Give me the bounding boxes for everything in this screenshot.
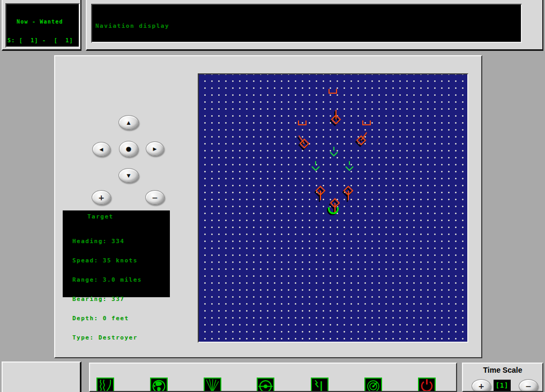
target-depth: Depth: 0 feet <box>72 315 170 322</box>
toolbar-button-bearing-lines[interactable] <box>204 378 221 392</box>
app-root: { "colors": { "desktop_bg": "#a9a9a9", "… <box>0 0 545 392</box>
message-line: Naviation display <box>95 22 521 30</box>
plus-icon: + <box>478 382 484 390</box>
world-map-icon <box>150 378 168 392</box>
contact-down-arrow[interactable] <box>337 155 362 180</box>
target-panel: Target Heading: 334 Spead: 35 knots Rang… <box>63 210 170 297</box>
contact-down-arrow[interactable] <box>303 155 329 180</box>
contact-diamond[interactable] <box>348 127 374 153</box>
minus-icon: − <box>525 382 532 390</box>
toolbar-button-sonar-scope[interactable] <box>364 378 382 392</box>
right-arrow-icon: ▶ <box>153 146 157 152</box>
status-header: Now - Wanted <box>17 19 79 25</box>
nav-up-button[interactable]: ▲ <box>118 115 139 130</box>
nav-center-button[interactable]: ● <box>119 141 138 157</box>
minus-icon: − <box>152 193 158 202</box>
contact-diamond[interactable] <box>292 131 317 156</box>
target-heading: Heading: 334 <box>72 238 170 245</box>
target-bearing: Bearing: 337 <box>72 296 170 303</box>
nav-right-button[interactable]: ▶ <box>146 141 164 156</box>
plus-icon: + <box>98 193 104 202</box>
toolbar-button-power[interactable] <box>418 378 436 392</box>
helm-icon <box>257 378 274 392</box>
sonar-waterfall-icon <box>96 378 114 392</box>
increase-button[interactable]: + <box>92 190 111 205</box>
power-icon <box>418 378 436 392</box>
timescale-increase-button[interactable]: + <box>472 379 491 392</box>
radar-display[interactable] <box>198 73 468 343</box>
toolbar-button-periscope[interactable] <box>311 378 329 392</box>
toolbar-button-world-map[interactable] <box>150 378 168 392</box>
nav-left-button[interactable]: ◀ <box>92 142 110 156</box>
radar-field[interactable] <box>199 74 467 342</box>
down-arrow-icon: ▼ <box>127 173 131 178</box>
status-row-speed: S: [ 1] - [ 1] <box>8 37 79 43</box>
sonar-scope-icon <box>364 378 382 392</box>
contact-ownship[interactable] <box>320 197 346 222</box>
target-title: Target <box>87 213 170 220</box>
left-arrow-icon: ◀ <box>100 147 103 152</box>
toolbar-button-sonar-waterfall[interactable] <box>96 378 114 392</box>
periscope-icon <box>311 378 329 392</box>
timescale-panel: Time Scale + [1] − <box>462 363 543 392</box>
status-panel: Now - Wanted S: [ 1] - [ 1] H: [ 42] - [… <box>2 0 81 51</box>
toolbar-button-helm[interactable] <box>257 378 274 392</box>
bottom-left-panel <box>2 361 81 392</box>
bearing-lines-icon <box>204 378 221 392</box>
contact-surface-bracket[interactable] <box>320 78 346 104</box>
decrease-button[interactable]: − <box>145 190 165 205</box>
up-arrow-icon: ▲ <box>127 120 131 125</box>
nav-down-button[interactable]: ▼ <box>118 168 139 183</box>
target-speed: Spead: 35 knots <box>72 258 170 264</box>
center-dot-icon: ● <box>126 145 131 153</box>
main-panel: ▲ ◀ ● ▶ ▼ + − Target Heading: 334 Spead:… <box>54 55 482 358</box>
message-panel: Naviation display Sonar station Extendin… <box>86 0 543 51</box>
contact-diamond[interactable] <box>323 107 349 132</box>
timescale-label: Time Scale <box>463 366 542 374</box>
timescale-decrease-button[interactable]: − <box>519 379 538 392</box>
target-range: Range: 3.0 miles <box>72 277 170 283</box>
timescale-value-display: [1] <box>494 380 511 391</box>
message-display: Naviation display Sonar station Extendin… <box>91 4 522 43</box>
toolbar-panel <box>89 363 457 392</box>
target-type: Type: Destroyer <box>72 335 170 341</box>
status-display: Now - Wanted S: [ 1] - [ 1] H: [ 42] - [… <box>5 3 80 48</box>
